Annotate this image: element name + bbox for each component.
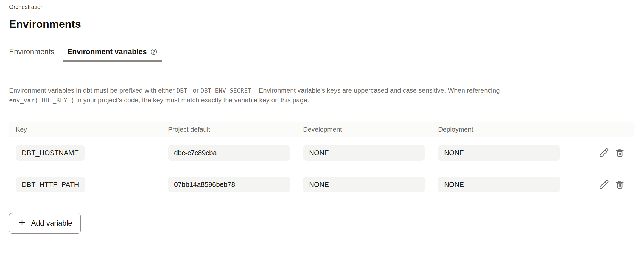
add-variable-button[interactable]: Add variable xyxy=(9,213,81,234)
page-header: Orchestration Environments xyxy=(0,0,644,30)
tab-bar: Environments Environment variables xyxy=(0,47,644,62)
variable-key-pill: DBT_HOSTNAME xyxy=(16,145,85,161)
project-default-value-pill: dbc-c7c89cba xyxy=(168,145,290,161)
edit-variable-button[interactable] xyxy=(598,178,610,190)
table-row: DBT_HOSTNAME dbc-c7c89cba NONE NONE xyxy=(9,137,634,169)
tab-environment-variables[interactable]: Environment variables xyxy=(63,47,162,62)
development-value-pill: NONE xyxy=(303,145,425,161)
deployment-value-pill: NONE xyxy=(438,177,560,192)
project-default-value-pill: 07bb14a8596beb78 xyxy=(168,177,290,192)
column-header-actions xyxy=(567,122,634,137)
add-variable-label: Add variable xyxy=(31,219,72,228)
environment-variables-table: Key Project default Development Deployme… xyxy=(9,122,634,200)
tab-environment-variables-label: Environment variables xyxy=(67,47,147,56)
code-dbt-prefix: DBT_ xyxy=(177,87,191,94)
description-text: or xyxy=(191,87,201,94)
tab-environments-label: Environments xyxy=(9,47,54,56)
delete-variable-button[interactable] xyxy=(614,178,626,190)
column-header-development: Development xyxy=(296,122,432,137)
tab-environments[interactable]: Environments xyxy=(5,47,59,62)
development-value-pill: NONE xyxy=(303,177,425,192)
description-text: . Environment variable's keys are upperc… xyxy=(255,87,500,94)
code-env-var-example: env_var('DBT_KEY') xyxy=(9,97,74,104)
column-header-project-default: Project default xyxy=(161,122,296,137)
variable-key-pill: DBT_HTTP_PATH xyxy=(16,177,85,192)
pencil-icon xyxy=(598,147,609,158)
deployment-value-pill: NONE xyxy=(438,145,560,161)
column-header-deployment: Deployment xyxy=(432,122,567,137)
help-circle-icon[interactable] xyxy=(150,48,158,56)
edit-variable-button[interactable] xyxy=(598,147,610,159)
table-row: DBT_HTTP_PATH 07bb14a8596beb78 NONE NONE xyxy=(9,169,634,200)
delete-variable-button[interactable] xyxy=(614,147,626,159)
column-header-key: Key xyxy=(9,122,161,137)
description-text: Environment variables in dbt must be pre… xyxy=(9,87,177,94)
env-var-description: Environment variables in dbt must be pre… xyxy=(9,86,544,105)
code-dbt-env-secret-prefix: DBT_ENV_SECRET_ xyxy=(200,87,255,94)
table-header-row: Key Project default Development Deployme… xyxy=(9,122,634,137)
trash-icon xyxy=(615,148,625,158)
pencil-icon xyxy=(598,179,609,190)
page-title: Environments xyxy=(9,18,635,30)
trash-icon xyxy=(615,179,625,190)
plus-icon xyxy=(18,218,26,229)
description-text: in your project's code, the key must mat… xyxy=(74,96,309,104)
breadcrumb: Orchestration xyxy=(9,3,635,10)
